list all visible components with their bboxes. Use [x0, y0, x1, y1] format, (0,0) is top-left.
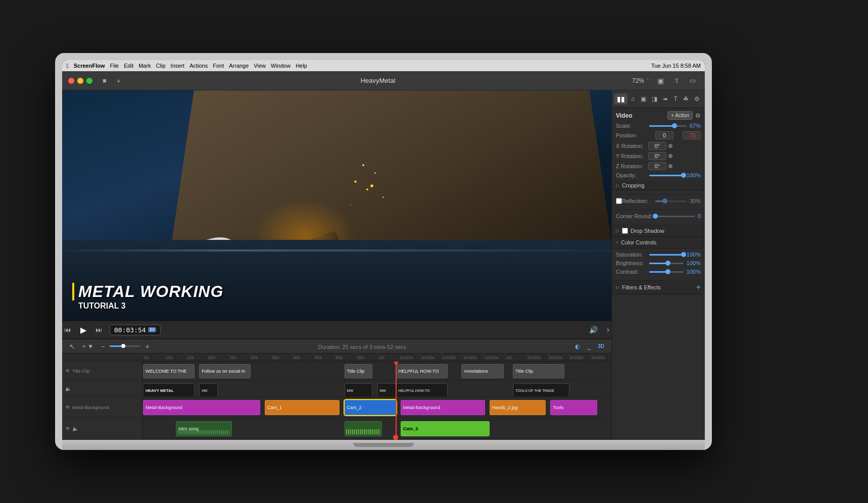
minimize-button[interactable] — [77, 78, 83, 84]
thumb-clip-5[interactable]: HELPFUL HOW-TO — [396, 383, 448, 396]
collapse-timeline-button[interactable]: › — [605, 323, 611, 336]
panel-tool-callout[interactable]: ◨ — [649, 94, 660, 104]
maximize-button[interactable] — [86, 78, 92, 84]
track-content-5[interactable] — [143, 439, 611, 440]
snap-button[interactable]: ◐ — [573, 342, 582, 351]
clip-intro-song[interactable]: Intro song — [176, 421, 232, 436]
fast-forward-button[interactable]: ⏭ — [93, 324, 105, 336]
arrange-menu[interactable]: Arrange — [229, 63, 249, 69]
zoom-in-timeline-button[interactable]: + — [143, 341, 151, 351]
view-menu[interactable]: View — [254, 63, 266, 69]
drop-shadow-checkbox[interactable] — [622, 228, 628, 234]
mark-menu[interactable]: Mark — [138, 63, 151, 69]
play-button[interactable]: ▶ — [78, 323, 88, 337]
clip-title-3[interactable]: Title Clip — [345, 364, 373, 378]
clip-tools[interactable]: Tools — [550, 400, 597, 415]
clip-cam3-audio[interactable]: Cam_3 — [401, 421, 490, 436]
track-eye-icon-3[interactable]: 👁 — [65, 405, 70, 410]
reflection-checkbox[interactable] — [616, 198, 622, 204]
fit-to-screen-button[interactable]: ▣ — [654, 76, 667, 86]
track-eye-icon[interactable]: 👁 — [65, 368, 70, 374]
clip-title-5[interactable]: Annotations — [461, 364, 503, 378]
color-controls-section[interactable]: ▿ Color Controls — [612, 237, 705, 248]
split-button[interactable]: ⎯ — [585, 342, 593, 351]
panel-toolbar: ▮▮ ♫ ▣ ◨ ➠ T ☘ ⚙ — [612, 90, 705, 108]
edit-menu[interactable]: Edit — [124, 63, 133, 69]
add-button[interactable]: + — [114, 76, 124, 86]
cropping-chevron: ▷ — [616, 183, 619, 188]
app-name-menu[interactable]: ScreenFlow — [74, 63, 105, 69]
share-button[interactable]: ⇧ — [671, 76, 683, 85]
filters-effects-section[interactable]: ▷ Filters & Effects + — [612, 281, 705, 294]
track-content-2[interactable]: HEAVY METAL HM MW MW — [143, 381, 611, 396]
file-menu[interactable]: File — [110, 63, 119, 69]
clip-cam1[interactable]: Cam_1 — [265, 400, 340, 415]
track-content-1[interactable]: WELCOME TO THE Follow us on social m Tit… — [143, 362, 611, 380]
y-rotation-input[interactable] — [648, 152, 666, 160]
add-action-button[interactable]: + Action — [667, 111, 693, 120]
opacity-slider[interactable] — [649, 175, 684, 176]
panel-tool-touch[interactable]: ☘ — [681, 94, 691, 104]
help-menu[interactable]: Help — [296, 63, 307, 69]
panel-tool-motion[interactable]: ➠ — [660, 94, 670, 104]
volume-button[interactable]: 🔊 — [587, 324, 600, 336]
ruler-mark: 20s — [207, 355, 228, 360]
panel-tool-screen[interactable]: ▣ — [638, 94, 649, 104]
contrast-slider[interactable] — [649, 271, 684, 273]
panel-toggle-button[interactable]: ▭ — [687, 76, 699, 85]
clip-menu[interactable]: Clip — [156, 63, 166, 69]
clip-title-6[interactable]: Title Clip — [513, 364, 564, 378]
thumb-clip-3[interactable]: MW — [345, 383, 373, 396]
saturation-slider[interactable] — [649, 254, 684, 256]
panel-section-video: Video + Action ⚙ Scale: — [612, 108, 705, 195]
track-content-4[interactable]: Intro song Cam_3 — [143, 418, 611, 439]
panel-section-actions: + Action ⚙ — [667, 111, 701, 120]
track-speaker-icon-4[interactable]: 🔈 — [72, 426, 78, 431]
panel-tool-gear[interactable]: ⚙ — [692, 94, 702, 104]
clip-cam2-selected[interactable]: Cam_2 — [345, 400, 396, 415]
actions-menu[interactable]: Actions — [189, 63, 208, 69]
reflection-slider[interactable] — [655, 200, 687, 202]
duration-display: Duration: 25 secs of 3 mins 52 secs — [318, 342, 406, 351]
position-x-input[interactable] — [655, 131, 673, 139]
new-window-button[interactable]: ■ — [100, 76, 110, 85]
clip-metal-bg-2[interactable]: Metal-Background — [401, 400, 485, 415]
cropping-collapse[interactable]: ▷ Cropping — [612, 181, 705, 190]
position-y-input[interactable] — [683, 131, 701, 139]
window-menu[interactable]: Window — [271, 63, 291, 69]
scale-slider[interactable] — [649, 125, 687, 127]
thumb-clip-6[interactable]: TOOLS OF THE TRADE — [513, 383, 569, 396]
rewind-button[interactable]: ⏮ — [62, 324, 73, 336]
video-gear-button[interactable]: ⚙ — [695, 111, 701, 120]
clip-hands[interactable]: Hands_2.jpg — [490, 400, 546, 415]
3d-button[interactable]: 3D — [596, 342, 606, 350]
cursor-tool-button[interactable]: ↖ — [67, 341, 77, 351]
clip-title-2[interactable]: Follow us on social m — [199, 364, 251, 378]
panel-tool-text[interactable]: T — [671, 94, 680, 104]
insert-menu[interactable]: Insert — [171, 63, 185, 69]
drop-shadow-section[interactable]: ▷ Drop Shadow — [612, 225, 705, 237]
reflection-label: Reflection: — [622, 198, 652, 204]
clip-metal-bg-1[interactable]: Metal-Background — [143, 400, 260, 415]
track-speaker-icon-2[interactable]: 🔈 — [65, 386, 71, 391]
x-rotation-input[interactable] — [648, 142, 666, 150]
zoom-stepper[interactable]: ⌃ — [645, 77, 650, 84]
zoom-slider[interactable] — [110, 345, 140, 347]
clip-title-1[interactable]: WELCOME TO THE — [143, 364, 195, 378]
brightness-slider[interactable] — [649, 263, 684, 264]
add-filter-button[interactable]: + — [696, 283, 701, 291]
z-rotation-input[interactable] — [648, 162, 666, 170]
thumb-clip-2[interactable]: HM — [199, 383, 218, 396]
thumb-clip-1[interactable]: HEAVY METAL — [143, 383, 195, 396]
track-content-3[interactable]: Metal-Background Cam_1 Cam_2 Metal-Backg… — [143, 397, 611, 418]
panel-tool-video[interactable]: ▮▮ — [614, 93, 628, 105]
track-eye-icon-4[interactable]: 👁 — [65, 426, 70, 431]
close-button[interactable] — [68, 78, 74, 84]
panel-tool-audio[interactable]: ♫ — [628, 94, 638, 104]
font-menu[interactable]: Font — [213, 63, 224, 69]
clip-title-4[interactable]: HELPFUL HOW-TO — [396, 364, 448, 378]
add-track-button[interactable]: + ▼ — [80, 342, 95, 351]
zoom-out-timeline-button[interactable]: − — [99, 341, 107, 351]
corner-round-slider[interactable] — [655, 216, 695, 217]
clip-audio-2[interactable] — [345, 421, 382, 436]
